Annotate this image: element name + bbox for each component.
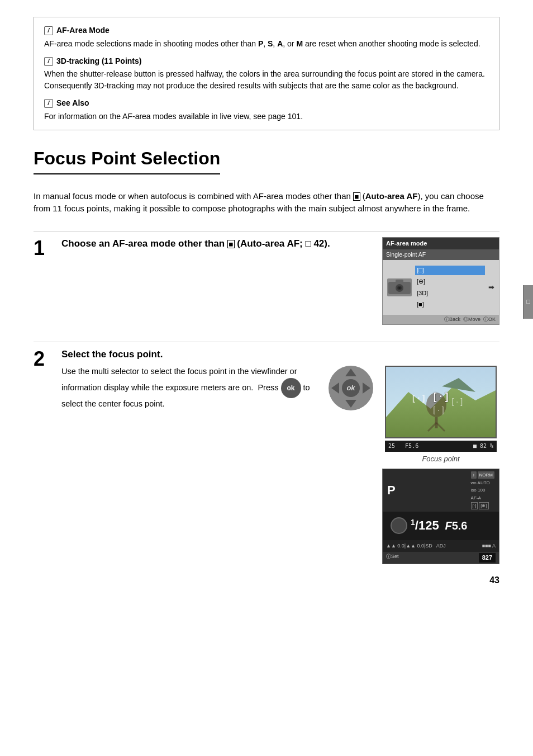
viewfinder-left-info: 25 F5.6	[388, 442, 418, 450]
info-frame-number: 827	[479, 553, 496, 563]
step-1-title: Choose an AF-area mode other than ■ (Aut…	[61, 237, 371, 251]
step1-bracket-icon: ■	[227, 240, 235, 248]
note-3d-tracking-text: When the shutter-release button is press…	[44, 68, 489, 91]
focus-bracket-right: [ · ]	[452, 398, 463, 405]
af-screen-subtitle: Single-point AF	[383, 249, 499, 260]
note-af-area-mode-icon: /	[44, 26, 53, 35]
auto-area-icon-inline: ■	[353, 192, 360, 201]
multi-selector: ok	[329, 366, 373, 410]
aperture-value: F5.6	[445, 519, 467, 532]
step-1-content: Choose an AF-area mode other than ■ (Aut…	[61, 237, 371, 255]
af-screen-title: AF-area mode	[383, 238, 499, 249]
info-screen-exposure: 1/125 F5.6	[383, 512, 499, 540]
info-frame-count: ■■■ A	[482, 542, 496, 550]
note-see-also-title: / See Also	[44, 98, 489, 109]
ms-left-arrow	[331, 382, 339, 394]
focus-bracket-left: [ · ]	[412, 394, 425, 402]
section-intro: In manual focus mode or when autofocus i…	[34, 190, 499, 215]
step-1-number: 1	[34, 237, 61, 258]
af-menu-item-0: [□]	[415, 266, 485, 275]
info-header-icon1: ♪	[471, 471, 477, 479]
note-box: / AF-Area Mode AF-area mode selections m…	[34, 17, 499, 130]
ok-button-inline: ok	[281, 378, 301, 398]
info-screen-header: P ♪ NORM wo AUTO iso 100	[383, 469, 499, 512]
focus-bracket-center: [ · ]	[434, 391, 449, 401]
step2-right-col: [ · ] [ · ] [ · ] [ · ] 25 F5.6 ■ 82 %	[382, 366, 499, 564]
note-3d-tracking-title: / 3D-tracking (11 Points)	[44, 56, 489, 67]
note-3d-tracking-heading: 3D-tracking (11 Points)	[56, 56, 141, 67]
step-2-content: Select the focus point. Use the multi se…	[61, 348, 499, 564]
camera-thumbnail-svg	[387, 278, 412, 296]
viewfinder: [ · ] [ · ] [ · ] [ · ]	[385, 366, 497, 438]
viewfinder-right-info: ■ 82 %	[473, 442, 493, 450]
af-screen-footer: ⓘBack ◎Move ⓘOK	[383, 315, 499, 324]
info-bottom-left: ▲▲ 0.0|▲▲ 0.0|SD ADJ	[386, 542, 446, 550]
tab-icon: □	[526, 297, 530, 306]
ms-center-button[interactable]: ok	[342, 379, 360, 397]
ms-right-arrow	[363, 382, 370, 394]
note-af-area-mode-heading: AF-Area Mode	[56, 25, 110, 36]
af-area-screen: AF-area mode Single-point AF	[382, 237, 499, 325]
step-2-desc: Use the multi selector to select the foc…	[61, 366, 320, 410]
focus-point-label: Focus point	[422, 454, 459, 464]
info-screen-footer: ⓘSet 827	[383, 552, 499, 564]
af-screen-body: [□] [⊕] [3D] [■] ➡	[383, 260, 499, 315]
info-screen-mode: P	[387, 482, 396, 499]
ms-down-arrow	[345, 400, 356, 408]
note-af-area-mode-title: / AF-Area Mode	[44, 25, 489, 36]
step-2-number: 2	[34, 348, 61, 369]
step2-text: Use the multi selector to select the foc…	[61, 366, 320, 410]
note-see-also-text: For information on the AF-area modes ava…	[44, 111, 489, 122]
info-header-norm: NORM	[478, 471, 494, 479]
svg-point-4	[398, 287, 401, 289]
focus-bracket-bottom: [ · ]	[433, 406, 444, 414]
info-screen-bottom: ▲▲ 0.0|▲▲ 0.0|SD ADJ ■■■ A	[383, 540, 499, 552]
af-menu-item-3: [■]	[415, 300, 485, 309]
note-af-area-mode-text: AF-area mode selections made in shooting…	[44, 38, 489, 49]
af-menu-item-1: [⊕]	[415, 277, 485, 286]
svg-rect-1	[396, 280, 403, 283]
info-screen: P ♪ NORM wo AUTO iso 100	[382, 469, 499, 564]
step-1: 1 Choose an AF-area mode other than ■ (A…	[34, 231, 499, 325]
step-2-title: Select the focus point.	[61, 348, 499, 361]
viewfinder-info-bar: 25 F5.6 ■ 82 %	[385, 441, 497, 452]
step-2: 2 Select the focus point. Use the multi …	[34, 342, 499, 564]
step2-visuals: ok	[329, 366, 373, 410]
page-number: 43	[489, 574, 499, 587]
step2-content-row: Use the multi selector to select the foc…	[61, 366, 499, 564]
page-container: □ / AF-Area Mode AF-area mode selections…	[0, 0, 533, 603]
af-menu-item-2: [3D]	[415, 289, 485, 298]
note-3d-tracking-icon: /	[44, 57, 53, 66]
exposure-dial-icon	[391, 517, 407, 534]
ms-up-arrow	[345, 368, 356, 376]
multi-selector-outer: ok	[329, 366, 373, 410]
viewfinder-container: [ · ] [ · ] [ · ] [ · ] 25 F5.6 ■ 82 %	[385, 366, 497, 464]
section-heading: Focus Point Selection	[34, 146, 220, 174]
note-af-area-mode: / AF-Area Mode AF-area mode selections m…	[44, 25, 489, 49]
right-tab: □	[523, 285, 533, 319]
step-1-screen-container: AF-area mode Single-point AF	[382, 237, 499, 325]
info-set-label: ⓘSet	[386, 553, 399, 563]
viewfinder-svg	[386, 367, 497, 438]
note-see-also-heading: See Also	[56, 98, 89, 109]
note-see-also-icon: /	[44, 99, 53, 108]
note-3d-tracking: / 3D-tracking (11 Points) When the shutt…	[44, 56, 489, 91]
note-see-also: / See Also For information on the AF-are…	[44, 98, 489, 122]
shutter-speed: 1/125	[411, 518, 439, 532]
exposure-values: 1/125 F5.6	[411, 517, 467, 535]
